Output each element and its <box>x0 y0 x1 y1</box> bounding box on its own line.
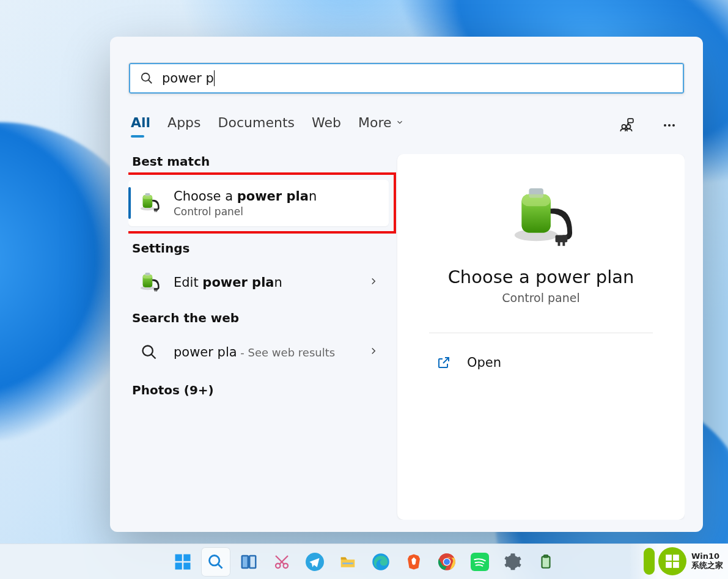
open-external-icon <box>436 355 451 370</box>
divider <box>429 333 653 333</box>
svg-rect-19 <box>183 554 190 561</box>
taskbar-app-edge[interactable] <box>367 548 395 576</box>
preview-title: Choose a power plan <box>412 267 670 287</box>
section-search-web: Search the web <box>128 311 389 333</box>
svg-point-11 <box>627 125 631 129</box>
chevron-right-icon <box>368 345 379 359</box>
svg-rect-29 <box>342 562 353 564</box>
taskbar-app-spotify[interactable] <box>466 548 494 576</box>
preview-subtitle: Control panel <box>412 291 670 304</box>
chrome-icon <box>438 553 456 571</box>
taskbar-task-view[interactable] <box>235 548 263 576</box>
svg-rect-24 <box>241 556 248 568</box>
svg-rect-20 <box>175 562 182 569</box>
svg-rect-35 <box>542 556 550 567</box>
svg-line-23 <box>218 564 222 568</box>
watermark-line1: Win10 <box>691 552 723 561</box>
search-icon <box>138 341 160 363</box>
power-plan-icon <box>138 192 160 214</box>
svg-point-13 <box>664 124 666 127</box>
filter-tabs: All Apps Documents Web More <box>128 112 685 138</box>
watermark-logo <box>658 547 686 575</box>
svg-rect-37 <box>666 555 672 561</box>
telegram-icon <box>306 553 324 571</box>
web-query: power pla <box>174 345 237 360</box>
text-caret <box>214 70 215 86</box>
taskbar <box>0 544 728 579</box>
tab-documents[interactable]: Documents <box>218 115 295 136</box>
search-icon <box>140 72 153 85</box>
result-title-prefix: Edit <box>174 275 202 290</box>
svg-point-22 <box>209 555 219 565</box>
people-feedback-icon <box>619 117 634 133</box>
power-plan-icon <box>138 271 160 293</box>
watermark-badge: Win10 系统之家 <box>628 544 728 579</box>
taskbar-app-settings[interactable] <box>499 548 527 576</box>
svg-point-16 <box>143 346 153 356</box>
section-photos[interactable]: Photos (9+) <box>128 383 389 405</box>
result-title-suffix: n <box>274 275 282 290</box>
svg-point-33 <box>444 559 450 565</box>
result-text: Edit power plan <box>174 275 282 290</box>
result-choose-power-plan[interactable]: Choose a power plan Control panel <box>128 180 389 226</box>
svg-rect-12 <box>628 119 633 123</box>
taskbar-search[interactable] <box>202 548 230 576</box>
taskbar-app-brave[interactable] <box>400 548 428 576</box>
preview-panel: Choose a power plan Control panel Open <box>397 154 685 520</box>
result-title-prefix: Choose a <box>174 189 237 204</box>
svg-rect-40 <box>673 562 679 568</box>
taskbar-app-battery[interactable] <box>532 548 560 576</box>
taskbar-app-telegram[interactable] <box>301 548 329 576</box>
more-options-button[interactable] <box>656 112 682 138</box>
battery-icon <box>538 554 554 570</box>
result-title-bold: power pla <box>202 275 274 290</box>
folder-icon <box>339 553 357 571</box>
ellipsis-icon <box>662 118 677 133</box>
web-hint: - See web results <box>237 346 335 359</box>
svg-rect-25 <box>249 556 256 568</box>
feedback-button[interactable] <box>614 112 639 138</box>
svg-rect-38 <box>673 555 679 561</box>
taskbar-start[interactable] <box>169 548 197 576</box>
task-view-icon <box>240 553 258 571</box>
section-best-match: Best match <box>128 154 389 176</box>
svg-point-15 <box>672 124 675 127</box>
taskbar-app-chrome[interactable] <box>433 548 461 576</box>
tab-all[interactable]: All <box>131 115 150 136</box>
tab-more-label: More <box>358 115 392 130</box>
section-settings: Settings <box>128 241 389 263</box>
result-web-search[interactable]: power pla - See web results <box>128 333 389 372</box>
result-text: Choose a power plan Control panel <box>174 188 317 218</box>
brave-icon <box>405 553 423 571</box>
open-label: Open <box>467 355 501 370</box>
watermark-line2: 系统之家 <box>691 561 723 570</box>
open-button[interactable]: Open <box>412 349 670 376</box>
taskbar-app-snip[interactable] <box>268 548 296 576</box>
tab-apps[interactable]: Apps <box>167 115 200 136</box>
svg-point-10 <box>622 125 626 129</box>
result-edit-power-plan[interactable]: Edit power plan <box>128 263 389 302</box>
svg-rect-18 <box>175 554 182 561</box>
svg-point-14 <box>668 124 671 127</box>
search-input[interactable] <box>162 71 214 86</box>
tab-more[interactable]: More <box>358 115 404 136</box>
result-text: power pla - See web results <box>174 344 335 360</box>
results-column: Best match Choose a power plan Control p… <box>128 154 389 520</box>
svg-rect-39 <box>666 562 672 568</box>
search-box[interactable] <box>128 62 685 94</box>
svg-point-8 <box>142 73 150 81</box>
taskbar-file-explorer[interactable] <box>334 548 362 576</box>
chevron-right-icon <box>368 276 379 289</box>
edge-icon <box>372 553 390 571</box>
chevron-down-icon <box>395 118 404 127</box>
svg-line-9 <box>149 80 152 84</box>
search-icon <box>207 553 224 570</box>
svg-line-17 <box>152 355 156 359</box>
result-title-suffix: n <box>309 189 317 204</box>
tab-web[interactable]: Web <box>312 115 341 136</box>
power-plan-icon <box>507 185 575 252</box>
svg-rect-21 <box>183 562 190 569</box>
gear-icon <box>504 553 522 571</box>
snip-icon <box>273 553 291 571</box>
windows-start-icon <box>174 553 192 571</box>
